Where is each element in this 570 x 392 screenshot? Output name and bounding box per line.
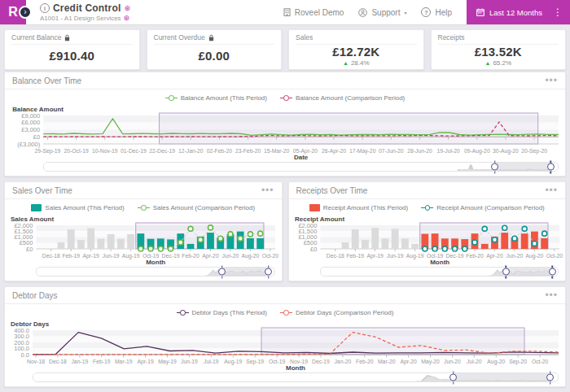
svg-text:Month: Month <box>430 259 449 265</box>
svg-text:Oct-19: Oct-19 <box>142 253 160 259</box>
dashboard-body: Current Balance £910.40 Current Overdue <box>0 25 570 392</box>
series-marker-icon <box>280 309 292 316</box>
slider-handle-left[interactable] <box>491 163 498 171</box>
legend-item[interactable]: Balance Amount (Comparison Period) <box>280 94 405 102</box>
receipts-over-time-panel: Receipts Over Time ••• Receipt Amount (T… <box>288 181 567 281</box>
svg-text:Dec-18: Dec-18 <box>42 253 60 259</box>
svg-text:30-Aug-20: 30-Aug-20 <box>493 148 519 155</box>
series-swatch-icon <box>31 204 42 211</box>
trend-up-icon: ▲ <box>343 60 349 67</box>
panel-menu-icon[interactable]: ••• <box>545 291 558 299</box>
period-label: Last 12 Months <box>489 8 542 17</box>
svg-text:Dec-19: Dec-19 <box>445 253 463 259</box>
period-bar: Last 12 Months ⋮ <box>467 0 570 24</box>
company-settings-icon[interactable]: ⊛ <box>124 15 130 22</box>
nav-company-label: Roveel Demo <box>295 8 344 17</box>
kpi-row: Current Balance £910.40 Current Overdue <box>4 29 566 67</box>
svg-text:Sep-19: Sep-19 <box>246 359 264 365</box>
kpi-label: Sales <box>296 33 313 41</box>
svg-text:Feb-19: Feb-19 <box>62 253 80 259</box>
kpi-value: £910.40 <box>49 49 94 63</box>
slider-preview-sparkline <box>33 373 558 381</box>
slider-handle-left[interactable] <box>449 374 457 381</box>
kpi-card-receipts[interactable]: Receipts £13.52K ▲ 65.2% <box>431 29 567 70</box>
kpi-card-current-balance[interactable]: Current Balance £910.40 <box>4 29 140 70</box>
info-icon[interactable]: i <box>40 3 50 13</box>
kpi-card-current-overdue[interactable]: Current Overdue £0.00 <box>147 29 283 70</box>
receipts-chart-area[interactable]: Receipt Amount£2,000£1,500£1,000£500£0De… <box>291 214 564 265</box>
kpi-label: Current Balance <box>11 33 61 41</box>
chevron-right-icon: › <box>24 7 26 16</box>
svg-text:Oct-20: Oct-20 <box>262 253 279 259</box>
panel-menu-icon[interactable]: ••• <box>545 186 558 194</box>
lock-icon <box>208 34 214 41</box>
lock-icon <box>64 34 70 41</box>
legend-item[interactable]: Receipt Amount (This Period) <box>309 204 409 211</box>
slider-handle-right[interactable] <box>549 268 556 276</box>
chart-legend: Balance Amount (This Period)Balance Amou… <box>5 91 565 104</box>
legend-item[interactable]: Balance Amount (This Period) <box>165 94 267 102</box>
kpi-delta-value: 28.4% <box>351 59 370 67</box>
dashboard-settings-icon[interactable]: ⊛ <box>124 5 130 12</box>
svg-text:Mar-20: Mar-20 <box>378 359 396 364</box>
svg-text:07-Jun-20: 07-Jun-20 <box>379 148 404 154</box>
sidebar-expand-button[interactable]: › <box>19 6 32 19</box>
legend-item[interactable]: Debtor Days (Comparison Period) <box>280 309 394 316</box>
legend-item[interactable]: Sales Amount (This Period) <box>31 204 124 211</box>
svg-text:17-May-20: 17-May-20 <box>349 148 376 155</box>
svg-text:Aug-19: Aug-19 <box>406 253 423 259</box>
svg-text:Jan-19: Jan-19 <box>71 359 88 364</box>
svg-text:Jun-20: Jun-20 <box>506 253 523 259</box>
sales-range-slider[interactable] <box>36 267 274 277</box>
svg-text:£0: £0 <box>310 246 317 253</box>
svg-text:01-Dec-19: 01-Dec-19 <box>121 148 147 154</box>
svg-text:Jun-19: Jun-19 <box>181 359 198 364</box>
legend-item[interactable]: Debtor Days (This Period) <box>177 309 267 316</box>
svg-text:Aug-20: Aug-20 <box>241 253 259 259</box>
svg-text:Oct-19: Oct-19 <box>426 253 443 259</box>
panel-menu-icon[interactable]: ••• <box>261 186 274 194</box>
nav-support-menu[interactable]: Support ▾ <box>358 8 406 17</box>
slider-handle-right[interactable] <box>547 163 555 171</box>
svg-text:09-Aug-20: 09-Aug-20 <box>464 148 490 155</box>
legend-item[interactable]: Sales Amount (Comparison Period) <box>138 204 255 211</box>
sales-chart-area[interactable]: Sales Amount£2,000£1,500£1,000£500£0Dec-… <box>7 214 280 265</box>
svg-text:Dec-19: Dec-19 <box>162 253 180 259</box>
panel-title: Sales Over Time <box>12 186 72 195</box>
panel-menu-icon[interactable]: ••• <box>545 76 558 85</box>
debtor-range-slider[interactable] <box>33 372 559 382</box>
svg-text:Date: Date <box>294 154 309 160</box>
company-subtitle: A1001 - A1 Design Services <box>40 15 121 22</box>
slider-handle-right[interactable] <box>546 374 554 381</box>
kpi-value: £13.52K <box>475 45 522 59</box>
receipts-range-slider[interactable] <box>320 267 559 277</box>
legend-item[interactable]: Receipt Amount (Comparison Period) <box>421 204 545 211</box>
kpi-card-sales[interactable]: Sales £12.72K ▲ 28.4% <box>288 29 424 70</box>
balance-chart-area[interactable]: Balance Amount£9,000£6,000£3,000£0(£3,00… <box>7 104 563 160</box>
svg-text:£0: £0 <box>26 246 33 253</box>
slider-handle-left[interactable] <box>218 268 226 276</box>
svg-text:Feb-19: Feb-19 <box>93 359 111 364</box>
svg-text:Apr-20: Apr-20 <box>486 253 503 259</box>
panel-title: Balance Over Time <box>12 76 81 85</box>
balance-range-slider[interactable] <box>43 162 559 172</box>
nav-help[interactable]: ? Help <box>421 7 452 17</box>
svg-text:Sep-20: Sep-20 <box>509 359 527 365</box>
svg-text:10-Nov-19: 10-Nov-19 <box>92 148 118 154</box>
balance-chart-svg: Balance Amount£9,000£6,000£3,000£0(£3,00… <box>7 104 563 160</box>
svg-text:Apr-19: Apr-19 <box>82 253 99 259</box>
svg-text:Oct-19: Oct-19 <box>269 359 286 364</box>
legend-label: Sales Amount (Comparison Period) <box>153 204 255 211</box>
slider-handle-right[interactable] <box>265 268 272 276</box>
question-icon: ? <box>421 7 431 17</box>
svg-text:Aug-20: Aug-20 <box>525 253 543 259</box>
svg-text:26-Apr-20: 26-Apr-20 <box>322 148 346 155</box>
nav-company-menu[interactable]: Roveel Demo <box>283 8 344 17</box>
period-selector-button[interactable]: Last 12 Months <box>467 0 546 24</box>
slider-handle-left[interactable] <box>502 268 510 276</box>
svg-text:19-Jul-20: 19-Jul-20 <box>436 148 460 154</box>
debtor-chart-area[interactable]: Debtor Days400.0300.0200.0100.00.0Nov-18… <box>7 319 563 371</box>
svg-text:22-Dec-19: 22-Dec-19 <box>149 148 175 154</box>
more-options-button[interactable]: ⋮ <box>546 0 570 24</box>
sales-chart-svg: Sales Amount£2,000£1,500£1,000£500£0Dec-… <box>7 214 280 265</box>
